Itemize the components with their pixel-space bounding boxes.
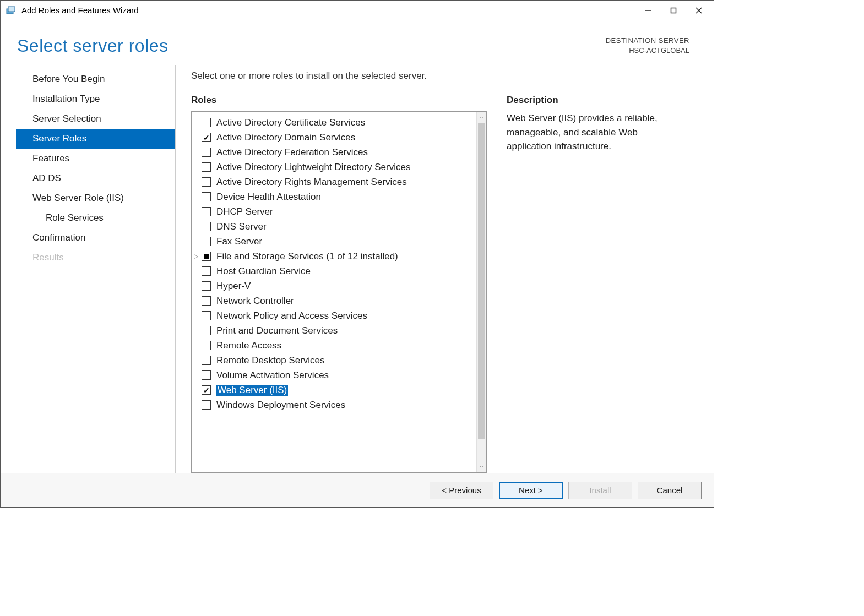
destination-label: DESTINATION SERVER (606, 36, 689, 46)
checkbox[interactable] (202, 370, 211, 380)
checkbox[interactable] (202, 133, 211, 142)
role-item[interactable]: Active Directory Federation Services (194, 145, 476, 160)
sidebar-item[interactable]: Features (16, 149, 175, 168)
body-row: Before You BeginInstallation TypeServer … (1, 65, 714, 473)
checkbox[interactable] (202, 341, 211, 350)
previous-button[interactable]: < Previous (430, 482, 493, 499)
role-item[interactable]: Hyper-V (194, 279, 476, 293)
role-label: Network Controller (216, 296, 294, 307)
destination-value: HSC-ACTGLOBAL (606, 46, 689, 56)
role-label: Active Directory Lightweight Directory S… (216, 162, 410, 173)
role-label: Windows Deployment Services (216, 400, 345, 411)
roles-column: Roles Active Directory Certificate Servi… (191, 95, 487, 473)
cancel-button[interactable]: Cancel (638, 482, 702, 499)
roles-listbox: Active Directory Certificate ServicesAct… (191, 111, 487, 473)
window-title: Add Roles and Features Wizard (21, 6, 635, 15)
role-item[interactable]: Active Directory Domain Services (194, 130, 476, 145)
role-label: Web Server (IIS) (216, 385, 288, 396)
role-item[interactable]: Remote Desktop Services (194, 353, 476, 368)
role-label: Device Health Attestation (216, 192, 321, 203)
role-label: DHCP Server (216, 206, 273, 217)
role-item[interactable]: Network Controller (194, 293, 476, 308)
checkbox[interactable] (202, 222, 211, 231)
instruction-text: Select one or more roles to install on t… (191, 70, 683, 81)
role-label: Remote Desktop Services (216, 355, 325, 366)
page-title: Select server roles (17, 36, 168, 56)
role-label: Active Directory Federation Services (216, 147, 368, 158)
scrollbar[interactable]: ︿ ﹀ (476, 112, 486, 472)
role-item[interactable]: Volume Activation Services (194, 368, 476, 383)
checkbox[interactable] (202, 118, 211, 127)
role-label: Host Guardian Service (216, 266, 311, 277)
checkbox[interactable] (202, 296, 211, 306)
checkbox[interactable] (202, 356, 211, 365)
checkbox[interactable] (202, 192, 211, 201)
content-area: Select server roles DESTINATION SERVER H… (1, 20, 714, 473)
scroll-down-button[interactable]: ﹀ (477, 462, 486, 472)
role-item[interactable]: DHCP Server (194, 204, 476, 219)
checkbox[interactable] (202, 311, 211, 320)
checkbox[interactable] (202, 237, 211, 246)
role-item[interactable]: Device Health Attestation (194, 189, 476, 204)
tree-expander-icon[interactable]: ▷ (194, 253, 202, 260)
checkbox[interactable] (202, 207, 211, 216)
role-item[interactable]: Fax Server (194, 234, 476, 249)
checkbox[interactable] (202, 400, 211, 410)
svg-rect-3 (671, 8, 676, 13)
role-label: Fax Server (216, 236, 262, 247)
roles-row: Roles Active Directory Certificate Servi… (191, 95, 683, 473)
sidebar-item[interactable]: Server Selection (16, 109, 175, 129)
sidebar-item[interactable]: Role Services (16, 208, 175, 228)
checkbox[interactable] (202, 177, 211, 187)
checkbox[interactable] (202, 162, 211, 172)
role-item[interactable]: Windows Deployment Services (194, 397, 476, 412)
role-label: Network Policy and Access Services (216, 310, 367, 321)
description-header: Description (507, 95, 683, 106)
role-label: Remote Access (216, 340, 281, 351)
role-label: Active Directory Rights Management Servi… (216, 177, 407, 188)
maximize-button[interactable] (661, 2, 686, 19)
sidebar-item[interactable]: Before You Begin (16, 69, 175, 89)
next-button[interactable]: Next > (499, 482, 563, 499)
sidebar-item[interactable]: AD DS (16, 168, 175, 188)
minimize-button[interactable] (635, 2, 661, 19)
main-panel: Select one or more roles to install on t… (176, 65, 698, 473)
install-button[interactable]: Install (568, 482, 632, 499)
header-row: Select server roles DESTINATION SERVER H… (1, 20, 714, 65)
checkbox[interactable] (202, 281, 211, 291)
sidebar-item[interactable]: Server Roles (16, 129, 175, 149)
checkbox[interactable] (202, 385, 211, 395)
role-item[interactable]: Active Directory Rights Management Servi… (194, 175, 476, 189)
description-column: Description Web Server (IIS) provides a … (507, 95, 683, 473)
scroll-thumb[interactable] (478, 123, 485, 439)
scroll-up-button[interactable]: ︿ (477, 112, 486, 122)
role-item[interactable]: Remote Access (194, 338, 476, 353)
role-item[interactable]: DNS Server (194, 219, 476, 234)
checkbox[interactable] (202, 326, 211, 335)
roles-list[interactable]: Active Directory Certificate ServicesAct… (192, 112, 476, 472)
sidebar-item[interactable]: Web Server Role (IIS) (16, 188, 175, 208)
checkbox[interactable] (202, 266, 211, 276)
sidebar-item[interactable]: Installation Type (16, 89, 175, 109)
roles-header: Roles (191, 95, 487, 106)
sidebar: Before You BeginInstallation TypeServer … (16, 65, 176, 473)
role-item[interactable]: Active Directory Lightweight Directory S… (194, 160, 476, 175)
role-item[interactable]: Network Policy and Access Services (194, 308, 476, 323)
role-label: Hyper-V (216, 281, 251, 292)
checkbox[interactable] (202, 252, 211, 261)
role-label: Active Directory Domain Services (216, 132, 355, 143)
titlebar: Add Roles and Features Wizard (1, 1, 714, 20)
close-button[interactable] (686, 2, 711, 19)
role-item[interactable]: Print and Document Services (194, 323, 476, 338)
role-item[interactable]: Active Directory Certificate Services (194, 115, 476, 130)
role-item[interactable]: ▷File and Storage Services (1 of 12 inst… (194, 249, 476, 264)
sidebar-item[interactable]: Confirmation (16, 228, 175, 248)
destination-block: DESTINATION SERVER HSC-ACTGLOBAL (606, 36, 689, 56)
description-text: Web Server (IIS) provides a reliable, ma… (507, 111, 683, 154)
role-label: Active Directory Certificate Services (216, 117, 365, 128)
role-item[interactable]: Host Guardian Service (194, 264, 476, 279)
sidebar-item: Results (16, 248, 175, 268)
checkbox[interactable] (202, 148, 211, 157)
role-item[interactable]: Web Server (IIS) (194, 383, 476, 397)
role-label: Volume Activation Services (216, 370, 329, 381)
